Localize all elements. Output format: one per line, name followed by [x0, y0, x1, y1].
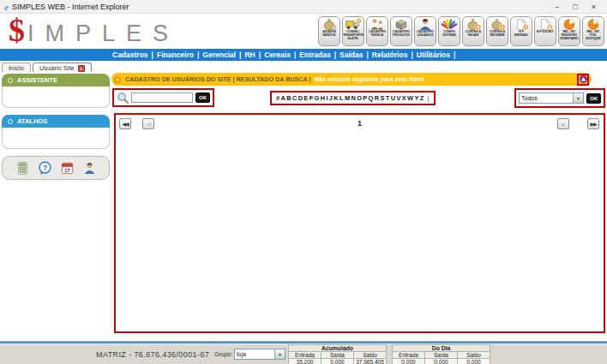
contas-a-pagar-button[interactable]: CONTAS A PAGAR: [462, 16, 484, 46]
people-icon: [369, 17, 386, 30]
page-header-bar: CADASTRO DE USUÁRIOS DO SITE | RESULTADO…: [111, 73, 592, 86]
calculator-icon[interactable]: [15, 161, 30, 176]
menu-item-saidas[interactable]: Saídas: [337, 51, 365, 59]
next-page-button[interactable]: ▶: [557, 118, 569, 129]
status-filter-select[interactable]: Todos ▼: [519, 92, 584, 104]
alphabet-letter-i[interactable]: I: [326, 94, 328, 102]
cadastro-produtos-button[interactable]: CADASTRO PRODUTOS: [390, 16, 412, 46]
rel-int-pos-estoque-button[interactable]: REL. INT. POS. ESTOQUE: [582, 16, 604, 46]
header-cap-icon: [114, 76, 121, 83]
alphabet-letter-c[interactable]: C: [292, 94, 297, 102]
search-ok-button[interactable]: OK: [195, 92, 210, 103]
menu-item-utilitarios[interactable]: Utilitários: [414, 51, 453, 59]
tab-usuario-site-label: Usuário Site: [39, 64, 75, 72]
menu-item-cereais[interactable]: Cereais: [261, 51, 293, 59]
menu-item-relatorios[interactable]: Relatórios: [370, 51, 411, 59]
menu-separator: |: [365, 51, 369, 59]
alphabet-letter-g[interactable]: G: [315, 94, 320, 102]
money-bag-plus-icon: [489, 17, 506, 30]
adiantamentos-button[interactable]: ADIANTA MENTOS: [318, 16, 340, 46]
alphabet-letter-v[interactable]: V: [396, 94, 400, 102]
minimize-button[interactable]: −: [555, 3, 559, 11]
menu-separator: |: [410, 51, 413, 59]
purple-triangle-icon: [580, 75, 587, 83]
alphabet-letter-o[interactable]: O: [357, 94, 362, 102]
menu-separator: |: [453, 51, 456, 59]
nf-escrituracao-button[interactable]: N F ESCRIT.: [534, 16, 556, 46]
alphabet-letter-b[interactable]: B: [286, 94, 291, 102]
status-col-entrada: Entrada: [289, 352, 322, 359]
alphabet-letter-t[interactable]: T: [386, 94, 390, 102]
config-sistema-button[interactable]: CONFIG SISTEMA: [438, 16, 460, 46]
alphabet-letter-e[interactable]: E: [304, 94, 308, 102]
alphabet-letter-z[interactable]: Z: [420, 94, 424, 102]
conhec-transporte-eletr-button[interactable]: CONHEC. TRANSPORTE ELETR.: [342, 16, 364, 46]
help-icon[interactable]: ?: [38, 161, 52, 176]
truck-plus-icon: [345, 17, 362, 30]
alphabet-letter-s[interactable]: S: [380, 94, 384, 102]
menu-separator: |: [151, 51, 154, 59]
status-val-acumulado-1: 0.000: [322, 359, 354, 364]
last-page-button[interactable]: ▶▶: [587, 118, 599, 129]
alphabet-letter-w[interactable]: W: [407, 94, 413, 102]
menu-item-entradas[interactable]: Entradas: [297, 51, 333, 59]
purple-action-button[interactable]: [577, 74, 589, 86]
chevron-down-icon[interactable]: ▼: [274, 349, 285, 359]
doc-up-icon: [537, 17, 554, 30]
menu-separator: |: [293, 51, 297, 59]
maximize-button[interactable]: □: [573, 3, 577, 11]
close-button[interactable]: ×: [592, 3, 596, 11]
main-menu-bar: Cadastros|Financeiro|Gerencial|RH|Cereai…: [0, 49, 607, 61]
alphabet-letter-q[interactable]: Q: [369, 94, 374, 102]
alphabet-letter-x[interactable]: X: [402, 94, 406, 102]
alphabet-letter-n[interactable]: N: [351, 94, 355, 102]
alphabet-letter-u[interactable]: U: [391, 94, 395, 102]
chevron-down-icon[interactable]: ▼: [573, 93, 583, 103]
status-col-saida: Saída: [425, 352, 458, 359]
alphabet-letter-a[interactable]: A: [280, 94, 285, 102]
alphabet-letter-h[interactable]: H: [321, 94, 325, 102]
status-col-saldo: Saldo: [354, 352, 387, 359]
user-icon[interactable]: [82, 161, 97, 176]
alphabet-letter-l[interactable]: L: [340, 94, 344, 102]
cadastro-usuarios-button[interactable]: CADASTRO USUÁRIOS: [414, 16, 436, 46]
alphabet-letter-d[interactable]: D: [298, 94, 303, 102]
calendar-icon[interactable]: 17: [60, 161, 75, 176]
menu-item-gerencial[interactable]: Gerencial: [200, 51, 238, 59]
status-table-do-dia: Do DiaEntradaSaídaSaldo0.0000.0000.000: [392, 344, 490, 364]
alphabet-letter-r[interactable]: R: [375, 94, 379, 102]
alphabet-letter-p[interactable]: P: [363, 94, 367, 102]
money-bag-plus-icon: [465, 17, 482, 30]
internet-explorer-icon: e: [4, 3, 9, 11]
main-pane: CADASTRO DE USUÁRIOS DO SITE | RESULTADO…: [111, 72, 605, 341]
nf-emissao-button[interactable]: N F EMISSÃO: [510, 16, 532, 46]
tab-close-icon[interactable]: x: [78, 65, 85, 72]
contas-a-receber-button[interactable]: CONTAS A RECEBER: [486, 16, 508, 46]
alphabet-letter-f[interactable]: F: [310, 94, 314, 102]
menu-item-rh[interactable]: RH: [242, 51, 257, 59]
menu-item-financeiro[interactable]: Financeiro: [154, 51, 196, 59]
status-val-do-dia-2: 0.000: [458, 359, 490, 364]
search-input[interactable]: [131, 92, 193, 103]
pie-chart-icon: [585, 17, 602, 30]
alphabet-filter: #ABCDEFGHIJKLMNOPQRSTUVXWYZ|: [270, 91, 436, 105]
grupo-select[interactable]: loja ▼: [234, 349, 285, 360]
toolbar-button-label: REL. INT. REGISTRO INVENTÁRIO: [559, 30, 580, 41]
filter-ok-button[interactable]: OK: [586, 93, 601, 104]
sidebar-section-atalhos[interactable]: ATALHOS: [2, 115, 110, 128]
cadastro-pessoa-button[interactable]: CADASTRO PESSOA: [366, 16, 388, 46]
bullet-ring-icon: [8, 119, 13, 124]
rel-int-registro-inventario-button[interactable]: REL. INT. REGISTRO INVENTÁRIO: [558, 16, 580, 46]
alphabet-letter-m[interactable]: M: [345, 94, 350, 102]
alphabet-letter-hash[interactable]: #: [276, 94, 279, 102]
sidebar-section-assistente[interactable]: ASSISTENTE: [2, 74, 110, 87]
toolbar-button-label: N F EMISSÃO: [511, 30, 532, 37]
bullet-ring-icon: [8, 78, 13, 83]
alphabet-letter-y[interactable]: Y: [414, 94, 418, 102]
alphabet-letter-k[interactable]: K: [334, 94, 338, 102]
toolbar-button-label: CADASTRO USUÁRIOS: [415, 30, 436, 37]
toolbar-button-label: CONFIG SISTEMA: [439, 30, 460, 37]
menu-item-cadastros[interactable]: Cadastros: [110, 51, 151, 59]
alphabet-letter-j[interactable]: J: [329, 94, 333, 102]
grupo-label: Grupo:: [214, 351, 232, 357]
